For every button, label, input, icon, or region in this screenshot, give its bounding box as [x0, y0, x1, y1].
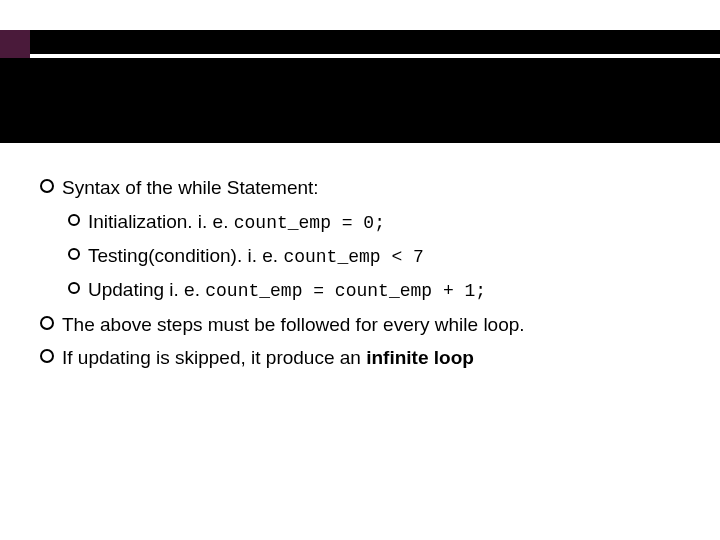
bullet-infinite-loop: If updating is skipped, it produce an in… — [40, 345, 680, 371]
circle-bullet-icon — [68, 282, 80, 294]
label: Testing(condition) — [88, 245, 237, 266]
bullet-text: Testing(condition). i. e. count_emp < 7 — [88, 243, 680, 269]
label: Updating — [88, 279, 164, 300]
bullet-followed: The above steps must be followed for eve… — [40, 312, 680, 338]
circle-bullet-icon — [68, 214, 80, 226]
code-snippet: count_emp < 7 — [283, 247, 423, 267]
circle-bullet-icon — [40, 179, 54, 193]
bullet-testing: Testing(condition). i. e. count_emp < 7 — [68, 243, 680, 269]
code-snippet: count_emp = 0; — [234, 213, 385, 233]
bullet-text: Syntax of the while Statement: — [62, 175, 680, 201]
header-top-bar — [30, 30, 720, 54]
bullet-text: Updating i. e. count_emp = count_emp + 1… — [88, 277, 680, 303]
bullet-text: The above steps must be followed for eve… — [62, 312, 680, 338]
text-bold: infinite loop — [366, 347, 474, 368]
header-accent — [0, 30, 30, 58]
sep: . i. e. — [187, 211, 233, 232]
header-main — [0, 58, 720, 143]
sep: . i. e. — [237, 245, 283, 266]
bullet-text: Initialization. i. e. count_emp = 0; — [88, 209, 680, 235]
slide: Syntax of the while Statement: Initializ… — [0, 0, 720, 540]
circle-bullet-icon — [40, 349, 54, 363]
bullet-syntax: Syntax of the while Statement: — [40, 175, 680, 201]
bullet-text: If updating is skipped, it produce an in… — [62, 345, 680, 371]
content-area: Syntax of the while Statement: Initializ… — [40, 175, 680, 379]
label: Initialization — [88, 211, 187, 232]
sep: i. e. — [164, 279, 205, 300]
bullet-updating: Updating i. e. count_emp = count_emp + 1… — [68, 277, 680, 303]
text-pre: If updating is skipped, it produce an — [62, 347, 366, 368]
bullet-initialization: Initialization. i. e. count_emp = 0; — [68, 209, 680, 235]
code-snippet: count_emp = count_emp + 1; — [205, 281, 486, 301]
circle-bullet-icon — [40, 316, 54, 330]
circle-bullet-icon — [68, 248, 80, 260]
header-block — [0, 30, 720, 143]
